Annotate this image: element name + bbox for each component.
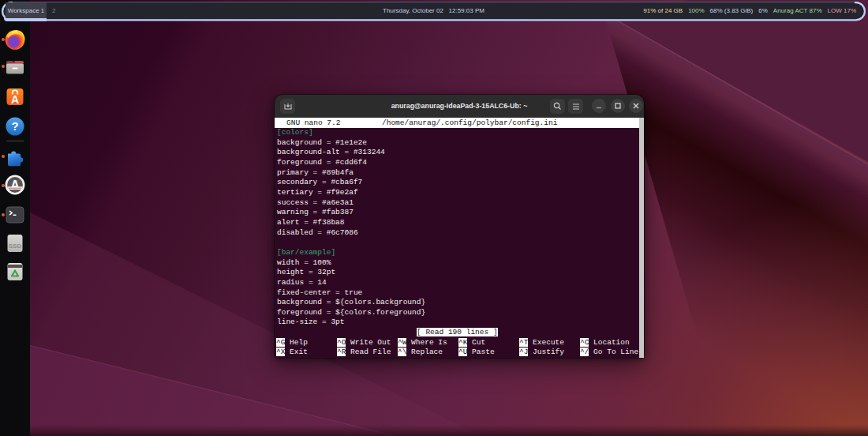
svg-text:A: A	[10, 179, 20, 192]
svg-text:A: A	[11, 93, 19, 106]
svg-text:SSD: SSD	[9, 242, 22, 250]
svg-text:?: ?	[11, 119, 18, 133]
